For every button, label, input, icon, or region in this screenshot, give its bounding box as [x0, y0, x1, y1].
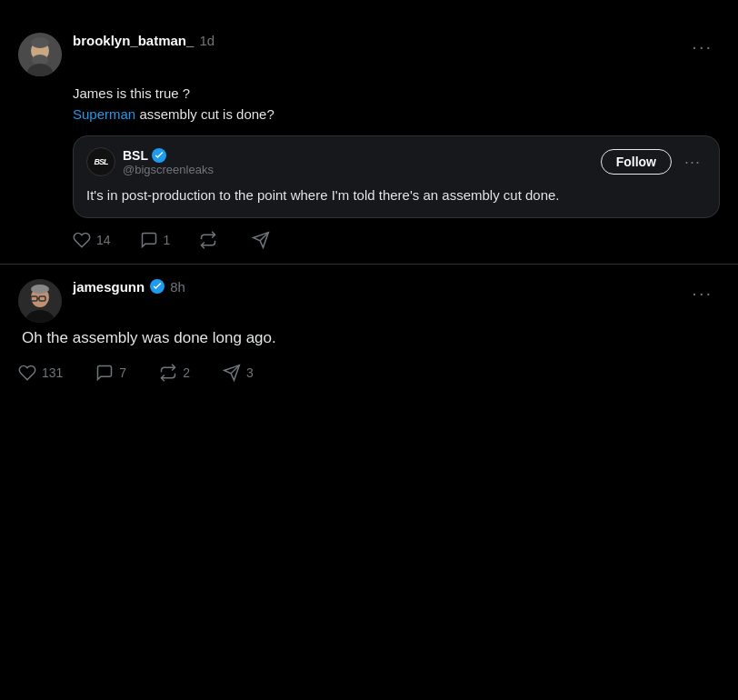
jamesgunn-verified-icon [150, 279, 165, 294]
comment-button[interactable]: 1 [140, 231, 171, 249]
retweet-button[interactable] [199, 231, 223, 249]
quoted-username-row: BSL [123, 148, 214, 163]
tweet-1-text: James is this true ? Superman assembly c… [73, 84, 720, 125]
jamesgunn-avatar[interactable] [18, 279, 62, 323]
tweet-2-actions: 131 7 2 3 [18, 364, 720, 382]
superman-mention[interactable]: Superman [73, 106, 135, 122]
tweet2-share-button[interactable]: 3 [223, 364, 254, 382]
quoted-tweet-text: It's in post-production to the point whe… [86, 185, 706, 206]
tweet-1-text-line2: assembly cut is done? [135, 106, 274, 122]
tweet2-comment-count: 7 [119, 365, 126, 380]
quoted-tweet[interactable]: BSL BSL @bigscreenleaks Follow · [73, 135, 720, 218]
svg-point-10 [31, 285, 49, 294]
bsl-avatar: BSL [86, 147, 115, 176]
svg-point-2 [31, 37, 49, 48]
tweet-2: jamesgunn 8h ··· Oh the assembly was don… [0, 265, 738, 401]
quoted-user-info: BSL @bigscreenleaks [123, 148, 214, 176]
tweet-1-actions: 14 1 [73, 231, 720, 249]
like-button[interactable]: 14 [73, 231, 111, 249]
tweet2-like-button[interactable]: 131 [18, 364, 63, 382]
tweet-1: brooklyn_batman_ 1d ··· James is this tr… [0, 18, 738, 265]
tweet2-comment-button[interactable]: 7 [95, 364, 126, 382]
jamesgunn-username[interactable]: jamesgunn [73, 279, 145, 295]
comment-count: 1 [164, 233, 171, 247]
brooklyn-batman-username[interactable]: brooklyn_batman_ [73, 33, 194, 48]
verified-badge-icon [152, 148, 166, 163]
quoted-more-button[interactable]: ··· [679, 149, 706, 175]
tweet2-retweet-count: 2 [183, 365, 190, 380]
bsl-username[interactable]: BSL [123, 148, 148, 163]
tweet-2-more-button[interactable]: ··· [684, 279, 720, 307]
tweet-1-body: James is this true ? Superman assembly c… [73, 84, 720, 249]
tweet-2-user-info: jamesgunn 8h [73, 279, 673, 295]
tweet-1-header: brooklyn_batman_ 1d ··· [18, 33, 720, 76]
tweet2-share-count: 3 [246, 365, 254, 380]
bsl-handle: @bigscreenleaks [123, 163, 214, 176]
tweet-2-header: jamesgunn 8h ··· [18, 279, 720, 323]
follow-button[interactable]: Follow [601, 149, 672, 175]
quoted-tweet-header: BSL BSL @bigscreenleaks Follow · [86, 147, 706, 176]
tweet-2-text: Oh the assembly was done long ago. [18, 326, 720, 350]
tweet2-like-count: 131 [42, 365, 63, 380]
tweet-1-text-line1: James is this true ? [73, 85, 190, 101]
brooklyn-batman-avatar[interactable] [18, 33, 62, 76]
tweet2-retweet-button[interactable]: 2 [159, 364, 190, 382]
tweet-1-more-button[interactable]: ··· [684, 33, 720, 61]
tweet-1-time: 1d [199, 33, 214, 48]
tweet-1-user-info: brooklyn_batman_ 1d [73, 33, 673, 48]
like-count: 14 [96, 233, 111, 247]
tweet-2-time: 8h [170, 279, 185, 295]
share-button[interactable] [252, 231, 275, 249]
